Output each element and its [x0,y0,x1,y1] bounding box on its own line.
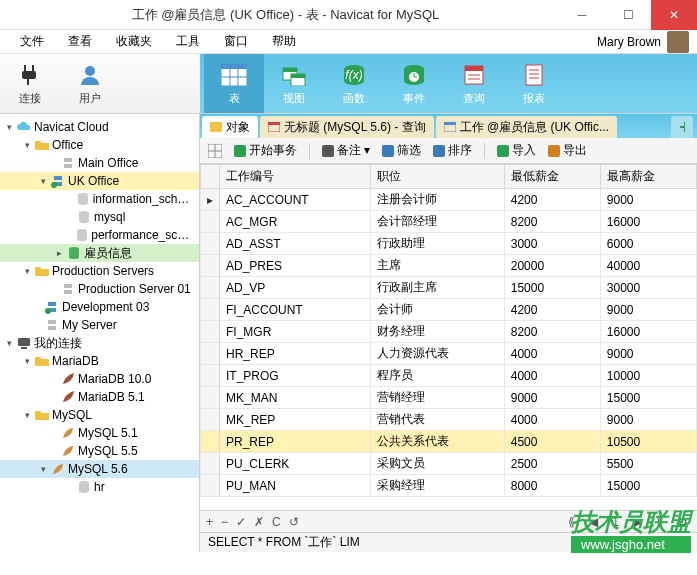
col-header-3[interactable]: 最高薪金 [600,165,696,189]
tool-export[interactable]: 导出 [548,142,587,159]
grid-btn-1[interactable]: − [221,515,228,529]
cell[interactable]: 公共关系代表 [370,431,504,453]
tree-node-11[interactable]: My Server [0,316,199,334]
cell[interactable]: 会计部经理 [370,211,504,233]
table-row[interactable]: MK_REP营销代表40009000 [201,409,697,431]
ribbon-view[interactable]: 视图 [264,54,324,113]
close-button[interactable]: ✕ [651,0,697,30]
cell[interactable]: AD_PRES [220,255,371,277]
ribbon-function[interactable]: f(x)函数 [324,54,384,113]
table-row[interactable]: AD_VP行政副主席1500030000 [201,277,697,299]
cell[interactable]: 8200 [504,321,600,343]
tool-sort[interactable]: 排序 [433,142,472,159]
table-row[interactable]: HR_REP人力资源代表40009000 [201,343,697,365]
cell[interactable]: 15000 [600,387,696,409]
menu-0[interactable]: 文件 [8,33,56,50]
grid-nav-3[interactable]: ▶ [633,515,642,529]
cell[interactable]: 4200 [504,299,600,321]
cell[interactable]: 程序员 [370,365,504,387]
cell[interactable]: 9000 [600,343,696,365]
connection-tree[interactable]: ▾Navicat Cloud▾OfficeMain Office▾UK Offi… [0,114,200,552]
cell[interactable]: 5500 [600,453,696,475]
cell[interactable]: 9000 [600,409,696,431]
user-name[interactable]: Mary Brown [597,35,661,49]
data-grid[interactable]: 工作编号职位最低薪金最高薪金▸AC_ACCOUNT注册会计师42009000AC… [200,164,697,510]
cell[interactable]: 行政副主席 [370,277,504,299]
menu-4[interactable]: 窗口 [212,33,260,50]
cell[interactable]: PR_REP [220,431,371,453]
cell[interactable]: IT_PROG [220,365,371,387]
tree-node-10[interactable]: Development 03 [0,298,199,316]
grid-nav-0[interactable]: ⟪ [568,515,575,529]
expand-icon[interactable]: ▾ [22,266,32,276]
table-row[interactable]: FI_ACCOUNT会计师42009000 [201,299,697,321]
tree-node-0[interactable]: ▾Navicat Cloud [0,118,199,136]
cell[interactable]: 主席 [370,255,504,277]
ribbon-report[interactable]: 报表 [504,54,564,113]
menu-2[interactable]: 收藏夹 [104,33,164,50]
cell[interactable]: 15000 [504,277,600,299]
cell[interactable]: 10500 [600,431,696,453]
cell[interactable]: 营销经理 [370,387,504,409]
menu-3[interactable]: 工具 [164,33,212,50]
cell[interactable]: 4000 [504,343,600,365]
menu-5[interactable]: 帮助 [260,33,308,50]
grid-nav-5[interactable]: ⚙ [677,515,688,529]
cell[interactable]: 2500 [504,453,600,475]
ribbon-table[interactable]: 表 [204,54,264,113]
tab-1[interactable]: 无标题 (MySQL 5.6) - 查询 [260,116,434,138]
grid-btn-2[interactable]: ✓ [236,515,246,529]
cell[interactable]: AD_ASST [220,233,371,255]
tree-node-6[interactable]: performance_schema [0,226,199,244]
cell[interactable]: 4200 [504,189,600,211]
tab-2[interactable]: 工作 @雇员信息 (UK Offic... [436,116,617,138]
cell[interactable]: 6000 [600,233,696,255]
expand-icon[interactable]: ▾ [22,410,32,420]
cell[interactable]: 9000 [504,387,600,409]
table-row[interactable]: AD_PRES主席2000040000 [201,255,697,277]
tree-node-12[interactable]: ▾我的连接 [0,334,199,352]
tool-note[interactable]: 备注 ▾ [322,142,370,159]
cell[interactable]: MK_MAN [220,387,371,409]
cell[interactable]: PU_MAN [220,475,371,497]
grid-btn-3[interactable]: ✗ [254,515,264,529]
tree-node-17[interactable]: MySQL 5.1 [0,424,199,442]
table-row[interactable]: MK_MAN营销经理900015000 [201,387,697,409]
ribbon-query[interactable]: 查询 [444,54,504,113]
expand-icon[interactable]: ▾ [22,356,32,366]
tree-node-16[interactable]: ▾MySQL [0,406,199,424]
cell[interactable]: 4000 [504,365,600,387]
expand-icon[interactable]: ▾ [38,176,48,186]
cell[interactable]: AC_ACCOUNT [220,189,371,211]
table-row[interactable]: PU_MAN采购经理800015000 [201,475,697,497]
grid-nav-1[interactable]: ◀ [589,515,598,529]
cell[interactable]: HR_REP [220,343,371,365]
avatar[interactable] [667,31,689,53]
cell[interactable]: 8200 [504,211,600,233]
tree-node-13[interactable]: ▾MariaDB [0,352,199,370]
tree-node-14[interactable]: MariaDB 10.0 [0,370,199,388]
tree-node-8[interactable]: ▾Production Servers [0,262,199,280]
grid-btn-0[interactable]: + [206,515,213,529]
tab-add[interactable] [671,116,693,138]
cell[interactable]: PU_CLERK [220,453,371,475]
tool-import[interactable]: 导入 [497,142,536,159]
tree-node-3[interactable]: ▾UK Office [0,172,199,190]
table-row[interactable]: PR_REP公共关系代表450010500 [201,431,697,453]
minimize-button[interactable]: ─ [559,0,605,30]
tool-tx[interactable]: 开始事务 [234,142,297,159]
col-header-0[interactable]: 工作编号 [220,165,371,189]
cell[interactable]: 营销代表 [370,409,504,431]
cell[interactable]: AD_VP [220,277,371,299]
table-row[interactable]: FI_MGR财务经理820016000 [201,321,697,343]
cell[interactable]: FI_ACCOUNT [220,299,371,321]
grid-icon[interactable] [208,144,222,158]
tree-node-9[interactable]: Production Server 01 [0,280,199,298]
table-row[interactable]: PU_CLERK采购文员25005500 [201,453,697,475]
cell[interactable]: 9000 [600,299,696,321]
tree-node-19[interactable]: ▾MySQL 5.6 [0,460,199,478]
table-row[interactable]: ▸AC_ACCOUNT注册会计师42009000 [201,189,697,211]
expand-icon[interactable]: ▸ [54,248,64,258]
tree-node-7[interactable]: ▸雇员信息 [0,244,199,262]
cell[interactable]: 会计师 [370,299,504,321]
